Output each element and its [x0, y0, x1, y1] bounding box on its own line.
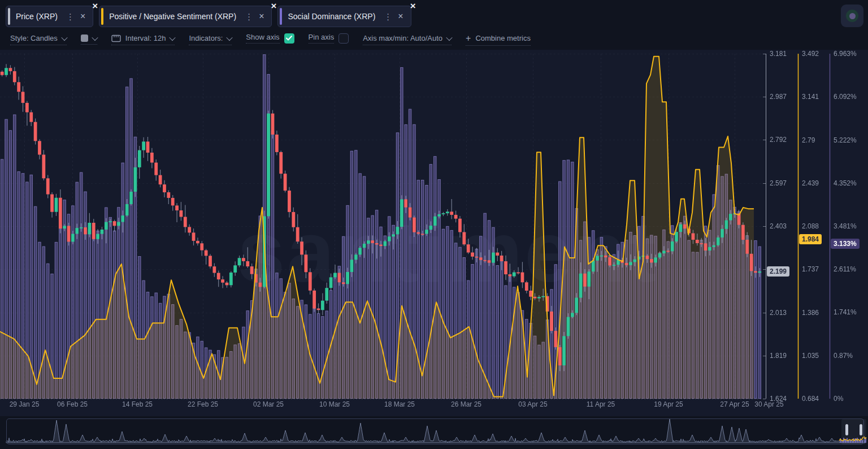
x-axis-label: 02 Mar 25: [245, 400, 292, 408]
pin-axis-checkbox[interactable]: [338, 33, 349, 44]
tab-sentiment[interactable]: Positive / Negative Sentiment (XRP) ⋮ ×: [99, 6, 272, 27]
indicators-dropdown[interactable]: Indicators:: [189, 34, 232, 45]
main-chart-area: santiment 3.1812.9872.7922.5972.4032.208…: [0, 50, 868, 416]
metric-color-bar-sentiment: [101, 8, 103, 25]
combine-metrics-label: Combine metrics: [475, 34, 531, 42]
interval-dropdown[interactable]: Interval: 12h: [111, 34, 175, 45]
tab-label: Social Dominance (XRP): [288, 12, 375, 21]
metric-color-bar-dominance: [280, 8, 282, 25]
chevron-down-icon: [446, 34, 452, 40]
tab-close-icon[interactable]: ×: [79, 12, 87, 21]
x-axis-label: 19 Apr 25: [645, 400, 692, 408]
combine-metrics-button[interactable]: + Combine metrics: [466, 34, 531, 46]
pin-axis-label: Pin axis: [309, 33, 335, 44]
santiment-logo-button[interactable]: [841, 5, 863, 27]
main-chart-canvas[interactable]: [0, 50, 868, 401]
x-axis-label: 18 Mar 25: [376, 400, 423, 408]
x-axis-label: 11 Apr 25: [577, 400, 624, 408]
axis-maxmin-label: Axis max/min: Auto/Auto: [363, 34, 442, 42]
style-dropdown[interactable]: Style: Candles: [10, 34, 67, 45]
style-label: Style: Candles: [10, 34, 58, 42]
axis-maxmin-dropdown[interactable]: Axis max/min: Auto/Auto: [363, 34, 452, 45]
show-axis-label: Show axis: [246, 33, 279, 44]
indicators-label: Indicators:: [189, 34, 223, 42]
tab-wrap-price: × Price (XRP) ⋮ ×: [6, 6, 93, 27]
x-axis-label: 03 Apr 25: [509, 400, 557, 408]
chart-toolbar: Style: Candles Interval: 12h Indicators:…: [0, 31, 868, 49]
widget-remove-icon[interactable]: ×: [271, 1, 277, 11]
tab-label: Positive / Negative Sentiment (XRP): [109, 12, 236, 21]
chevron-down-icon: [227, 34, 233, 40]
x-axis-label: 22 Feb 25: [179, 400, 227, 408]
kebab-menu-icon[interactable]: ⋮: [380, 12, 396, 21]
widget-remove-icon[interactable]: ×: [410, 1, 416, 11]
chevron-down-icon: [92, 34, 98, 40]
logo-ring-icon: [846, 10, 858, 22]
plus-icon: +: [466, 34, 471, 43]
check-icon: [286, 36, 292, 41]
widget-tabbar: × Price (XRP) ⋮ × × Positive / Negative …: [0, 0, 868, 29]
x-axis-label: 30 Apr 25: [745, 400, 793, 408]
tab-label: Price (XRP): [16, 12, 58, 21]
range-handle-left[interactable]: [845, 424, 848, 435]
metric-color-bar-price: [8, 8, 10, 25]
show-axis-checkbox[interactable]: [284, 33, 294, 44]
kebab-menu-icon[interactable]: ⋮: [241, 12, 257, 21]
interval-ruler-icon: [111, 34, 121, 42]
range-handle-right[interactable]: [860, 424, 862, 435]
color-swatch-icon: [81, 34, 88, 42]
chevron-down-icon: [61, 34, 67, 40]
kebab-menu-icon[interactable]: ⋮: [62, 12, 79, 21]
timeline-preview: [0, 416, 868, 448]
x-axis-label: 14 Feb 25: [114, 400, 161, 408]
tab-close-icon[interactable]: ×: [396, 12, 405, 21]
preview-canvas[interactable]: [0, 416, 868, 448]
tab-wrap-dominance: × Social Dominance (XRP) ⋮ ×: [277, 6, 411, 27]
logo-dot-icon: [849, 13, 856, 19]
pin-axis-control: Pin axis: [309, 33, 349, 46]
widget-remove-icon[interactable]: ×: [92, 1, 98, 11]
tab-price[interactable]: Price (XRP) ⋮ ×: [6, 6, 93, 27]
color-swatch-dropdown[interactable]: [81, 34, 97, 45]
x-axis-label: 27 Apr 25: [711, 400, 758, 408]
chart-workspace: × Price (XRP) ⋮ × × Positive / Negative …: [0, 0, 868, 449]
tab-close-icon[interactable]: ×: [257, 12, 266, 21]
x-axis-label: 26 Mar 25: [442, 400, 490, 408]
chevron-down-icon: [170, 34, 176, 40]
x-axis-label: 29 Jan 25: [1, 400, 48, 408]
x-axis-label: 06 Feb 25: [49, 400, 96, 408]
tab-dominance[interactable]: Social Dominance (XRP) ⋮ ×: [277, 6, 411, 27]
x-axis-label: 10 Mar 25: [311, 400, 358, 408]
interval-label: Interval: 12h: [125, 34, 166, 42]
show-axis-control: Show axis: [246, 33, 294, 46]
tab-wrap-sentiment: × Positive / Negative Sentiment (XRP) ⋮ …: [99, 6, 272, 27]
